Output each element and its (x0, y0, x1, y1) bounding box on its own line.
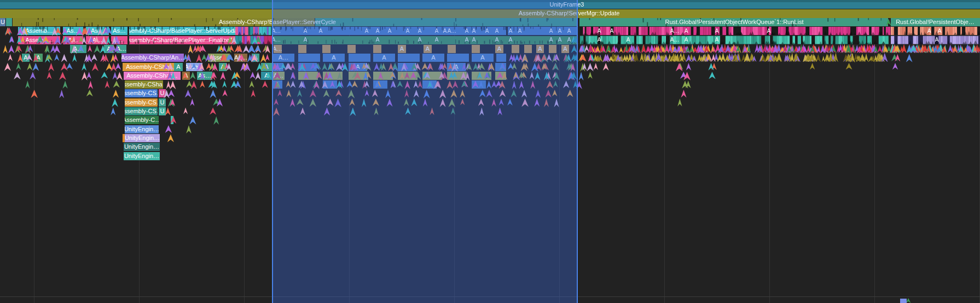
flame-chart: UAssemb…As…As…As…Assembly-CSharp!BasePla… (0, 0, 980, 303)
time-selection-overlay[interactable] (272, 0, 577, 303)
selection-handle-left[interactable] (272, 0, 273, 303)
selection-handle-right[interactable] (577, 0, 578, 303)
minimap-slice[interactable] (900, 299, 907, 303)
